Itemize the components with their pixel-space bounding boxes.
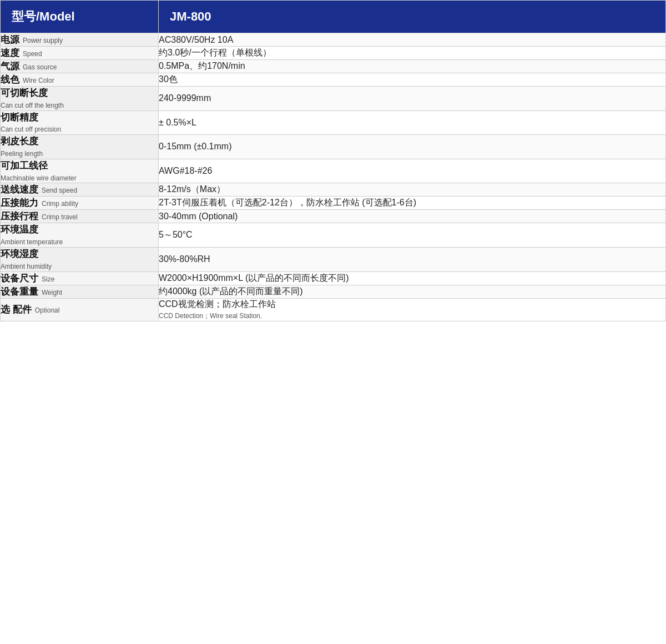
label-cell-speed: 速度Speed [1, 47, 159, 60]
row-optional: 选 配件Optional CCD视觉检测；防水栓工作站CCD Detection… [1, 298, 666, 321]
label-zh-peeling-length: 剥皮长度 [1, 135, 158, 148]
row-crimp-ability: 压接能力Crimp ability 2T-3T伺服压着机（可选配2-12台），防… [1, 197, 666, 210]
label-en-power-supply: Power supply [23, 37, 63, 44]
value-cell-cut-precision: ± 0.5%×L [159, 110, 666, 135]
label-zh-speed: 速度 [1, 48, 19, 58]
label-en-crimp-travel: Crimp travel [42, 213, 78, 221]
label-cell-send-speed: 送线速度Send speed [1, 183, 159, 197]
label-cell-optional: 选 配件Optional [1, 298, 159, 321]
value-cell-weight: 约4000kg (以产品的不同而重量不同) [159, 285, 666, 298]
value-sub-optional: CCD Detection；Wire seal Station. [159, 311, 665, 321]
row-gas-source: 气源Gas source 0.5MPa、约170N/min [1, 60, 666, 73]
value-cell-optional: CCD视觉检测；防水栓工作站CCD Detection；Wire seal St… [159, 298, 666, 321]
label-zh-optional: 选 配件 [1, 304, 32, 315]
row-weight: 设备重量Weight 约4000kg (以产品的不同而重量不同) [1, 285, 666, 298]
label-en-gas-source: Gas source [23, 63, 57, 71]
header-model-label: 型号/Model [1, 1, 159, 33]
label-cell-peeling-length: 剥皮长度Peeling length [1, 135, 159, 159]
value-cell-crimp-travel: 30-40mm (Optional) [159, 210, 666, 223]
label-en-ambient-temp: Ambient temperature [1, 238, 158, 247]
row-speed: 速度Speed 约3.0秒/一个行程（单根线） [1, 47, 666, 60]
row-ambient-humidity: 环境湿度Ambient humidity 30%-80%RH [1, 247, 666, 271]
value-cell-crimp-ability: 2T-3T伺服压着机（可选配2-12台），防水栓工作站 (可选配1-6台) [159, 197, 666, 210]
value-cell-ambient-temp: 5～50°C [159, 223, 666, 248]
label-zh-power-supply: 电源 [1, 34, 19, 45]
label-en-optional: Optional [35, 306, 60, 314]
row-peeling-length: 剥皮长度Peeling length 0-15mm (±0.1mm) [1, 135, 666, 159]
label-en-crimp-ability: Crimp ability [42, 200, 78, 208]
row-cut-length: 可切断长度Can cut off the length 240-9999mm [1, 87, 666, 111]
value-cell-peeling-length: 0-15mm (±0.1mm) [159, 135, 666, 159]
row-size: 设备尺寸Size W2000×H1900mm×L (以产品的不同而长度不同) [1, 271, 666, 285]
label-zh-weight: 设备重量 [1, 286, 38, 297]
label-cell-size: 设备尺寸Size [1, 271, 159, 285]
label-zh-ambient-humidity: 环境湿度 [1, 248, 158, 261]
label-zh-gas-source: 气源 [1, 61, 19, 72]
label-en-wire-diameter: Machinable wire diameter [1, 174, 158, 183]
row-power-supply: 电源Power supply AC380V/50Hz 10A [1, 33, 666, 47]
label-en-ambient-humidity: Ambient humidity [1, 262, 158, 271]
label-cell-ambient-temp: 环境温度Ambient temperature [1, 223, 159, 248]
label-zh-wire-diameter: 可加工线径 [1, 159, 158, 173]
label-zh-wire-color: 线色 [1, 74, 19, 85]
label-en-speed: Speed [23, 50, 42, 58]
row-wire-diameter: 可加工线径Machinable wire diameter AWG#18-#26 [1, 159, 666, 183]
value-cell-send-speed: 8-12m/s（Max） [159, 183, 666, 197]
value-cell-wire-color: 30色 [159, 73, 666, 87]
label-zh-cut-precision: 切断精度 [1, 111, 158, 124]
value-cell-cut-length: 240-9999mm [159, 87, 666, 111]
label-en-size: Size [42, 275, 54, 283]
label-zh-send-speed: 送线速度 [1, 184, 38, 195]
label-en-wire-color: Wire Color [23, 77, 54, 84]
row-ambient-temp: 环境温度Ambient temperature 5～50°C [1, 223, 666, 248]
label-zh-crimp-travel: 压接行程 [1, 211, 38, 222]
label-en-weight: Weight [42, 289, 62, 296]
spec-table: 型号/Model JM-800 电源Power supply AC380V/50… [0, 0, 666, 321]
label-cell-wire-diameter: 可加工线径Machinable wire diameter [1, 159, 159, 183]
label-cell-crimp-ability: 压接能力Crimp ability [1, 197, 159, 210]
label-cell-wire-color: 线色Wire Color [1, 73, 159, 87]
row-crimp-travel: 压接行程Crimp travel 30-40mm (Optional) [1, 210, 666, 223]
label-en-cut-precision: Can cut off precision [1, 125, 158, 134]
label-cell-cut-length: 可切断长度Can cut off the length [1, 87, 159, 111]
label-cell-gas-source: 气源Gas source [1, 60, 159, 73]
value-cell-gas-source: 0.5MPa、约170N/min [159, 60, 666, 73]
label-cell-crimp-travel: 压接行程Crimp travel [1, 210, 159, 223]
label-zh-size: 设备尺寸 [1, 273, 38, 284]
label-zh-crimp-ability: 压接能力 [1, 198, 38, 208]
value-cell-speed: 约3.0秒/一个行程（单根线） [159, 47, 666, 60]
row-wire-color: 线色Wire Color 30色 [1, 73, 666, 87]
row-send-speed: 送线速度Send speed 8-12m/s（Max） [1, 183, 666, 197]
value-cell-power-supply: AC380V/50Hz 10A [159, 33, 666, 47]
label-en-peeling-length: Peeling length [1, 149, 158, 159]
value-cell-wire-diameter: AWG#18-#26 [159, 159, 666, 183]
label-zh-ambient-temp: 环境温度 [1, 223, 158, 237]
label-cell-power-supply: 电源Power supply [1, 33, 159, 47]
label-en-send-speed: Send speed [42, 187, 77, 194]
header-model-value: JM-800 [159, 1, 666, 33]
value-cell-size: W2000×H1900mm×L (以产品的不同而长度不同) [159, 271, 666, 285]
label-en-cut-length: Can cut off the length [1, 101, 158, 110]
label-cell-weight: 设备重量Weight [1, 285, 159, 298]
label-cell-ambient-humidity: 环境湿度Ambient humidity [1, 247, 159, 271]
value-cell-ambient-humidity: 30%-80%RH [159, 247, 666, 271]
label-zh-cut-length: 可切断长度 [1, 87, 158, 100]
label-cell-cut-precision: 切断精度Can cut off precision [1, 110, 159, 135]
header-row: 型号/Model JM-800 [1, 1, 666, 33]
row-cut-precision: 切断精度Can cut off precision ± 0.5%×L [1, 110, 666, 135]
